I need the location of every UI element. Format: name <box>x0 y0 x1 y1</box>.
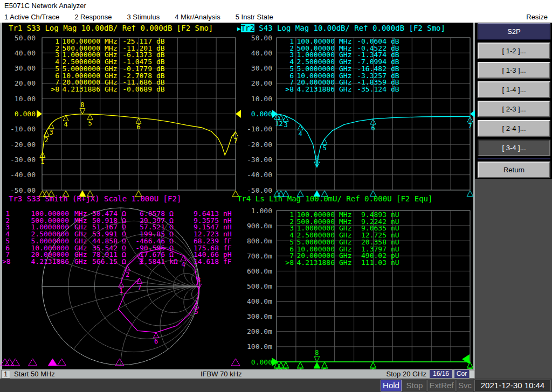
softkey-menu: S2P[ 1-2 ]...[ 1-3 ]...[ 1-4 ]...[ 2-3 ]… <box>478 23 550 181</box>
extref-indicator: ExtRef <box>427 380 456 391</box>
softkey-button-1: S2P <box>478 23 550 40</box>
svc-indicator: Svc <box>457 380 473 391</box>
stop-frequency: Stop 20 GHz <box>387 370 426 378</box>
status-bar: 1 Start 50 MHz IFBW 70 kHz Stop 20 GHz 1… <box>0 369 473 379</box>
menu-bar: 1 Active Ch/Trace2 Response3 Stimulus4 M… <box>0 11 552 23</box>
menu-item-3[interactable]: 3 Stimulus <box>127 11 160 23</box>
analyzer-screen: E5071C Network Analyzer 1 Active Ch/Trac… <box>0 0 552 392</box>
display-left-border <box>0 23 2 379</box>
correction-badge: Cor <box>454 370 469 378</box>
softkey-button-2[interactable]: [ 1-2 ]... <box>478 43 550 59</box>
softkey-divider <box>478 158 550 159</box>
softkey-button-5[interactable]: [ 2-3 ]... <box>478 101 550 117</box>
points-badge: 16/16 <box>430 370 452 378</box>
menu-item-1[interactable]: 1 Active Ch/Trace <box>4 11 59 23</box>
status-spacer-box <box>470 370 475 379</box>
menu-item-4[interactable]: 4 Mkr/Analysis <box>175 11 220 23</box>
sidebar-filler <box>475 179 552 379</box>
datetime-display: 2021-12-30 10:44 <box>474 380 551 391</box>
softkey-button-7[interactable]: [ 3-4 ]... <box>478 139 550 156</box>
menu-item-5[interactable]: 5 Instr State <box>236 11 273 23</box>
softkey-sidebar: S2P[ 1-2 ]...[ 1-3 ]...[ 1-4 ]...[ 2-3 ]… <box>475 23 552 379</box>
softkey-button-4[interactable]: [ 1-4 ]... <box>478 81 550 98</box>
softkey-button-8[interactable]: Return <box>478 162 550 178</box>
ifbw-value: IFBW 70 kHz <box>201 370 242 378</box>
window-title: E5071C Network Analyzer <box>0 0 552 11</box>
start-frequency: Start 50 MHz <box>14 370 55 378</box>
instrument-status-bar: Hold Stop ExtRef Svc 2021-12-30 10:44 <box>0 379 552 392</box>
display-area <box>0 23 473 369</box>
menu-items: 1 Active Ch/Trace2 Response3 Stimulus4 M… <box>4 11 273 23</box>
softkey-button-6[interactable]: [ 2-4 ]... <box>478 120 550 137</box>
channel-number: 1 <box>1 370 10 379</box>
menu-item-2[interactable]: 2 Response <box>74 11 112 23</box>
softkey-button-3[interactable]: [ 1-3 ]... <box>478 62 550 79</box>
resize-button[interactable]: Resize <box>526 11 548 23</box>
hold-indicator: Hold <box>381 380 402 391</box>
stop-indicator: Stop <box>403 380 426 391</box>
